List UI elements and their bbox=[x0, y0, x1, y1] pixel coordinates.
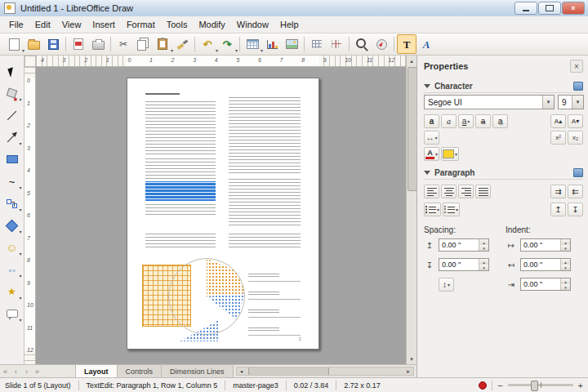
first-line-indent-field[interactable]: 0.00 " ▴▾ bbox=[520, 278, 571, 291]
stars-banners-button[interactable]: ★▾ bbox=[2, 283, 22, 301]
spacing-below-field[interactable]: 0.00 " ▴▾ bbox=[439, 258, 489, 271]
display-grid-button[interactable] bbox=[307, 34, 327, 54]
print-button[interactable] bbox=[88, 34, 108, 54]
dropdown-arrow-icon[interactable]: ▾ bbox=[19, 207, 21, 212]
decrease-spacing-button[interactable]: ↧ bbox=[568, 203, 583, 216]
spinner[interactable]: ▴▾ bbox=[560, 278, 570, 290]
dropdown-arrow-icon[interactable]: ▾ bbox=[19, 96, 21, 102]
zoom-slider[interactable] bbox=[508, 384, 573, 386]
dropdown-arrow-icon[interactable]: ▾ bbox=[19, 317, 21, 323]
connector-tool-button[interactable]: ▾ bbox=[2, 194, 22, 212]
scroll-up-button[interactable]: ▴ bbox=[407, 56, 416, 66]
shadow-button[interactable]: a bbox=[492, 114, 508, 128]
bold-button[interactable]: a bbox=[424, 114, 439, 128]
dropdown-arrow-icon[interactable]: ▾ bbox=[437, 207, 439, 212]
tab-layout[interactable]: Layout bbox=[75, 365, 118, 377]
zoom-button[interactable] bbox=[352, 34, 372, 54]
tab-controls[interactable]: Controls bbox=[118, 365, 163, 377]
curve-tool-button[interactable]: ~▾ bbox=[2, 172, 22, 190]
line-spacing-button[interactable]: ↕▾ bbox=[439, 278, 454, 292]
text-direction-ltr-button[interactable]: ⇉ bbox=[550, 185, 566, 198]
block-arrows-button[interactable]: ⇔▾ bbox=[2, 261, 22, 278]
spinner[interactable]: ▴▾ bbox=[479, 239, 488, 251]
line-tool-button[interactable] bbox=[2, 106, 22, 124]
collapse-arrow-icon[interactable] bbox=[424, 171, 430, 175]
spacing-above-field[interactable]: 0.00 " ▴▾ bbox=[439, 238, 489, 252]
increase-font-button[interactable]: A▴ bbox=[550, 114, 566, 128]
scroll-left-button[interactable]: ◂ bbox=[237, 368, 247, 375]
horizontal-scrollbar[interactable]: ◂ ▸ bbox=[236, 367, 414, 376]
fill-color-button[interactable]: ▾ bbox=[2, 84, 22, 102]
menu-help[interactable]: Help bbox=[274, 18, 305, 31]
strikethrough-button[interactable]: a bbox=[475, 114, 491, 128]
minimize-button[interactable] bbox=[514, 2, 537, 15]
last-page-button[interactable]: » bbox=[32, 365, 42, 377]
vertical-scrollbar[interactable]: ▴ ▾ bbox=[406, 56, 416, 364]
menu-view[interactable]: View bbox=[56, 18, 87, 31]
italic-button[interactable]: a bbox=[441, 114, 457, 128]
dropdown-arrow-icon[interactable]: ▾ bbox=[467, 118, 470, 124]
undo-button[interactable]: ↶▾ bbox=[198, 34, 217, 54]
menu-modify[interactable]: Modify bbox=[193, 18, 230, 31]
selected-text-block[interactable] bbox=[145, 181, 216, 201]
paste-button[interactable]: ▾ bbox=[153, 34, 172, 54]
symbol-shapes-button[interactable]: ☺▾ bbox=[2, 238, 22, 256]
vertical-ruler[interactable]: 0123456789101112 bbox=[24, 67, 36, 364]
horizontal-scrollbar-thumb[interactable] bbox=[248, 368, 329, 375]
character-spacing-button[interactable]: ↔▾ bbox=[424, 131, 439, 145]
dropdown-arrow-icon[interactable]: ▾ bbox=[19, 229, 21, 234]
zoom-slider-thumb[interactable] bbox=[531, 381, 538, 391]
lines-and-arrows-button[interactable]: ▾ bbox=[2, 128, 22, 146]
master-page-status[interactable]: master-page3 bbox=[233, 381, 278, 390]
dropdown-arrow-icon[interactable]: ▾ bbox=[456, 207, 458, 212]
dropdown-arrow-icon[interactable]: ▾ bbox=[19, 140, 21, 146]
drawing-canvas[interactable]: 2 bbox=[36, 67, 406, 364]
font-name-combo[interactable]: Segoe UI ▾ bbox=[424, 95, 555, 109]
zoom-out-button[interactable]: − bbox=[497, 381, 502, 390]
basic-shapes-button[interactable]: ▾ bbox=[2, 216, 22, 234]
menu-tools[interactable]: Tools bbox=[161, 18, 194, 31]
character-section-header[interactable]: Character bbox=[424, 80, 583, 93]
font-size-combo[interactable]: 9 ▾ bbox=[558, 95, 584, 109]
align-left-button[interactable] bbox=[424, 185, 439, 198]
ordered-list-button[interactable]: ▾ bbox=[443, 203, 460, 216]
navigator-button[interactable] bbox=[372, 34, 391, 54]
dropdown-arrow-icon[interactable]: ▾ bbox=[235, 47, 238, 53]
cut-button[interactable]: ✂ bbox=[114, 34, 133, 54]
insert-text-box-button[interactable]: T bbox=[397, 34, 416, 54]
decrease-font-button[interactable]: A▾ bbox=[568, 114, 583, 128]
dropdown-arrow-icon[interactable]: ▾ bbox=[434, 135, 437, 140]
redo-button[interactable]: ↷▾ bbox=[217, 34, 237, 54]
menu-insert[interactable]: Insert bbox=[87, 18, 121, 31]
dropdown-arrow-icon[interactable]: ▾ bbox=[455, 151, 457, 157]
dropdown-arrow-icon[interactable]: ▾ bbox=[19, 273, 21, 278]
copy-button[interactable] bbox=[133, 34, 153, 54]
align-justify-button[interactable] bbox=[475, 185, 491, 198]
select-tool-button[interactable] bbox=[2, 62, 22, 80]
sidebar-close-button[interactable]: × bbox=[570, 60, 583, 73]
menu-edit[interactable]: Edit bbox=[29, 18, 56, 31]
menu-window[interactable]: Window bbox=[231, 18, 274, 31]
highlight-color-button[interactable]: ▾ bbox=[441, 147, 459, 161]
first-page-button[interactable]: « bbox=[0, 365, 11, 377]
subscript-button[interactable]: x₂ bbox=[568, 131, 583, 145]
section-options-icon[interactable] bbox=[573, 82, 583, 91]
dropdown-arrow-icon[interactable]: ▾ bbox=[19, 295, 21, 301]
combo-arrow-icon[interactable]: ▾ bbox=[542, 96, 554, 109]
combo-arrow-icon[interactable]: ▾ bbox=[572, 96, 583, 109]
close-button[interactable]: × bbox=[562, 2, 585, 15]
align-right-button[interactable] bbox=[458, 185, 474, 198]
zoom-in-button[interactable]: + bbox=[578, 381, 583, 390]
insert-image-button[interactable] bbox=[282, 34, 301, 54]
dropdown-arrow-icon[interactable]: ▾ bbox=[19, 185, 21, 190]
maximize-button[interactable] bbox=[538, 2, 561, 15]
underline-button[interactable]: a▾ bbox=[458, 114, 474, 128]
new-document-button[interactable]: ▾ bbox=[4, 34, 24, 54]
spinner[interactable]: ▴▾ bbox=[479, 259, 488, 270]
previous-page-button[interactable]: ‹ bbox=[11, 365, 21, 377]
font-color-button[interactable]: A▾ bbox=[424, 147, 439, 161]
helplines-button[interactable] bbox=[327, 34, 346, 54]
spinner[interactable]: ▴▾ bbox=[560, 259, 570, 270]
align-center-button[interactable] bbox=[441, 185, 457, 198]
paragraph-section-header[interactable]: Paragraph bbox=[424, 167, 583, 180]
